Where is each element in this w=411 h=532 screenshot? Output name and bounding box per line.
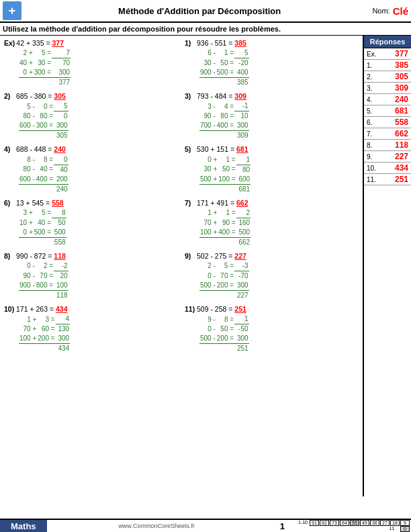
answer-ex: Ex. 377 bbox=[364, 48, 411, 60]
prob-9-block: 9) 502 - 275 = 227 2 -5 = -3 0 -70 = -70… bbox=[185, 251, 359, 300]
prob-8-block: 8) 990 - 872 = 118 0 -2 = -2 90 -70 = 20… bbox=[4, 251, 178, 300]
prob-11-block: 11) 509 - 258 = 251 9 -8 = 1 0 -50 = -50… bbox=[185, 304, 359, 353]
answer-7: 7. 662 bbox=[364, 128, 411, 140]
page-title: Méthode d'Addition par Décomposition bbox=[27, 6, 372, 16]
logo-icon: + bbox=[3, 1, 21, 20]
prob-5-block: 5) 530 + 151 = 681 0 +1 = 1 30 +50 = 80 … bbox=[185, 144, 359, 193]
answer-2: 2. 305 bbox=[364, 71, 411, 83]
ex-equation: 42 + 335 = 377 bbox=[16, 38, 64, 48]
page-number: 1 bbox=[267, 521, 298, 531]
answer-11: 11. 251 bbox=[364, 174, 411, 185]
header: + Méthode d'Addition par Décomposition N… bbox=[0, 0, 411, 23]
main-area: Ex) 42 + 335 = 377 2 +5 = 7 40 +30 = 70 … bbox=[0, 36, 411, 496]
answer-1: 1. 385 bbox=[364, 60, 411, 71]
prob-3-block: 3) 793 - 484 = 309 3 -4 = -1 90 -80 = 10… bbox=[185, 91, 359, 140]
prob-1-block: 1) 936 - 551 = 385 6 -1 = 5 30 -50 = -20… bbox=[185, 38, 359, 87]
answer-10: 10. 434 bbox=[364, 163, 411, 174]
answers-panel: Réponses Ex. 377 1. 385 2. 305 3. 309 4.… bbox=[363, 36, 411, 496]
answer-9: 9. 227 bbox=[364, 151, 411, 163]
footer: Maths www.CommonCoreSheets.fr 1 1-10 91 … bbox=[0, 519, 411, 532]
prob-10-block: 10) 171 + 263 = 434 1 +3 = 4 70 +60 = 13… bbox=[4, 304, 178, 353]
answer-6: 6. 558 bbox=[364, 117, 411, 128]
subtitle: Utilisez la méthode d'addition par décom… bbox=[0, 23, 411, 36]
footer-url: www.CommonCoreSheets.fr bbox=[47, 523, 267, 529]
example-block: Ex) 42 + 335 = 377 2 +5 = 7 40 +30 = 70 … bbox=[4, 38, 178, 87]
prob-6-block: 6) 13 + 545 = 558 3 +5 = 8 10 +40 = 50 0… bbox=[4, 198, 178, 247]
answer-8: 8. 118 bbox=[364, 140, 411, 151]
answer-5: 5. 681 bbox=[364, 105, 411, 117]
prob-7-block: 7) 171 + 491 = 662 1 +1 = 2 70 +90 = 160… bbox=[185, 198, 359, 247]
brand-label: Maths bbox=[0, 520, 47, 532]
nom-label: Nom: bbox=[372, 7, 390, 15]
cle-label: Clé bbox=[393, 5, 408, 17]
answer-3: 3. 309 bbox=[364, 83, 411, 94]
answers-header: Réponses bbox=[364, 36, 411, 48]
ex-steps: 2 +5 = 7 40 +30 = 70 0 +300 = 300 377 bbox=[19, 48, 71, 87]
prob-4-block: 4) 688 - 448 = 240 8 -8 = 0 80 -40 = 40 … bbox=[4, 144, 178, 193]
prob-2-block: 2) 685 - 380 = 305 5 -0 = 5 80 -80 = 0 6… bbox=[4, 91, 178, 140]
footer-stats: 1-10 91 82 73 64 55 45 36 27 18 9 11 0 bbox=[298, 520, 411, 532]
ex-label: Ex) bbox=[4, 38, 15, 48]
problems-content: Ex) 42 + 335 = 377 2 +5 = 7 40 +30 = 70 … bbox=[0, 36, 363, 496]
answer-4: 4. 240 bbox=[364, 94, 411, 105]
